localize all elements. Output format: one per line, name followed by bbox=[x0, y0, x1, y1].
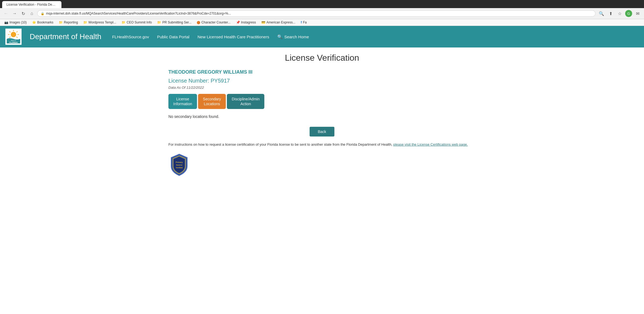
site-header: FLORIDA HEALTH Department of Health FLHe… bbox=[0, 26, 644, 47]
svg-point-1 bbox=[11, 32, 16, 37]
back-nav-button[interactable]: ← bbox=[3, 10, 9, 17]
folder-icon: 📁 bbox=[83, 21, 87, 24]
footer-link[interactable]: please visit the License Certifications … bbox=[393, 142, 468, 146]
browser-nav-bar: ← → ↻ ⌂ 🔒 mqa-internet.doh.state.fl.us/M… bbox=[0, 8, 644, 19]
lock-icon: 🔒 bbox=[41, 12, 44, 15]
nav-search-home[interactable]: 🔍 Search Home bbox=[277, 34, 309, 39]
page-content: License Verification THEODORE GREGORY WI… bbox=[160, 47, 484, 182]
nav-flhealthsource[interactable]: FLHealthSource.gov bbox=[112, 35, 149, 39]
active-tab[interactable]: License Verification - Florida Departmen… bbox=[2, 1, 61, 8]
footer-text: For instructions on how to request a lic… bbox=[168, 142, 476, 147]
browser-tabs: License Verification - Florida Departmen… bbox=[0, 0, 644, 8]
back-section: Back bbox=[168, 127, 476, 136]
instagress-icon: 📌 bbox=[236, 21, 240, 24]
star-icon: ⭐ bbox=[32, 21, 36, 24]
bookmark-wordpress[interactable]: 📁 Wordpress Templ... bbox=[81, 20, 118, 25]
nav-public-data-portal[interactable]: Public Data Portal bbox=[157, 35, 189, 39]
bookmark-character-counter[interactable]: ⬤ Character Counter... bbox=[195, 20, 233, 25]
bookmark-pr-submitting[interactable]: 📁 PR Submitting Ser... bbox=[155, 20, 193, 25]
svg-text:Verified: Verified bbox=[176, 167, 182, 169]
svg-text:Source: Source bbox=[176, 164, 182, 166]
site-navigation: FLHealthSource.gov Public Data Portal Ne… bbox=[112, 34, 639, 39]
bookmark-pr-label: PR Submitting Ser... bbox=[162, 21, 191, 24]
bookmark-amex[interactable]: 💳 American Express... bbox=[259, 20, 297, 25]
bookmark-bookmarks[interactable]: ⭐ Bookmarks bbox=[30, 20, 56, 25]
tab-license-information[interactable]: LicenseInformation bbox=[168, 94, 197, 109]
amex-icon: 💳 bbox=[261, 21, 265, 24]
bookmark-images[interactable]: 📷 Images (10) bbox=[2, 20, 29, 25]
tabs-row: LicenseInformation SecondaryLocations Di… bbox=[168, 94, 476, 109]
forward-nav-button[interactable]: → bbox=[11, 10, 18, 17]
home-button[interactable]: ⌂ bbox=[29, 10, 35, 17]
license-number: License Number: PY5917 bbox=[168, 78, 476, 84]
address-bar[interactable]: 🔒 mqa-internet.doh.state.fl.us/MQASearch… bbox=[37, 10, 595, 17]
tab-discipline-admin[interactable]: Discipline/AdminAction bbox=[227, 94, 264, 109]
bookmark-fa-label: Fa bbox=[303, 21, 307, 24]
bookmark-instagress-label: Instagress bbox=[241, 21, 256, 24]
mail-button[interactable]: ✉ bbox=[634, 10, 641, 17]
svg-text:Primary: Primary bbox=[176, 161, 183, 163]
folder-icon: 📁 bbox=[59, 21, 63, 24]
bookmark-bookmarks-label: Bookmarks bbox=[37, 21, 53, 24]
bookmarks-bar: 📷 Images (10) ⭐ Bookmarks 📁 Reporting 📁 … bbox=[0, 19, 644, 26]
svg-text:HEALTH: HEALTH bbox=[11, 40, 16, 41]
bookmark-reporting[interactable]: 📁 Reporting bbox=[57, 20, 80, 25]
bookmark-character-counter-label: Character Counter... bbox=[201, 21, 230, 24]
svg-text:FLORIDA: FLORIDA bbox=[9, 42, 18, 43]
data-as-of: Data As Of 11/22/2022 bbox=[168, 86, 476, 90]
character-counter-icon: ⬤ bbox=[197, 21, 200, 24]
bookmark-ceo-summit[interactable]: 📁 CEO Summit Info bbox=[119, 20, 154, 25]
bookmark-wordpress-label: Wordpress Templ... bbox=[88, 21, 116, 24]
browser-chrome: License Verification - Florida Departmen… bbox=[0, 0, 644, 26]
back-button[interactable]: Back bbox=[310, 127, 334, 136]
bookmark-ceo-label: CEO Summit Info bbox=[127, 21, 152, 24]
practitioner-name: THEODORE GREGORY WILLIAMS III bbox=[168, 69, 476, 75]
tab-secondary-locations[interactable]: SecondaryLocations bbox=[198, 94, 226, 109]
fa-icon: f bbox=[301, 21, 302, 24]
logo-area: FLORIDA HEALTH bbox=[5, 29, 22, 45]
search-home-label: Search Home bbox=[284, 35, 309, 39]
nav-new-licensed[interactable]: New Licensed Health Care Practitioners bbox=[198, 35, 269, 39]
profile-button[interactable]: G bbox=[625, 10, 632, 17]
images-icon: 📷 bbox=[4, 21, 8, 24]
bookmark-instagress[interactable]: 📌 Instagress bbox=[234, 20, 258, 25]
bookmark-fa[interactable]: f Fa bbox=[299, 20, 309, 25]
secondary-locations-content: No secondary locations found. bbox=[168, 114, 476, 119]
bookmark-reporting-label: Reporting bbox=[64, 21, 78, 24]
reload-button[interactable]: ↻ bbox=[20, 10, 26, 17]
search-browser-button[interactable]: 🔍 bbox=[598, 10, 605, 17]
folder-icon: 📁 bbox=[122, 21, 126, 24]
page-title: License Verification bbox=[168, 53, 476, 63]
search-icon: 🔍 bbox=[277, 34, 283, 39]
florida-health-logo: FLORIDA HEALTH bbox=[5, 29, 22, 45]
url-text: mqa-internet.doh.state.fl.us/MQASearchSe… bbox=[46, 12, 592, 15]
bookmark-amex-label: American Express... bbox=[266, 21, 295, 24]
footer-text-before-link: For instructions on how to request a lic… bbox=[168, 142, 393, 146]
department-name: Department of Health bbox=[30, 32, 101, 41]
primary-source-verified-badge: Primary Source Verified bbox=[168, 153, 190, 177]
folder-icon: 📁 bbox=[157, 21, 161, 24]
nav-icons: 🔍 ⬆ ☆ G ✉ bbox=[598, 10, 641, 17]
bookmark-button[interactable]: ☆ bbox=[616, 10, 624, 17]
bookmark-images-label: Images (10) bbox=[9, 21, 27, 24]
share-button[interactable]: ⬆ bbox=[607, 10, 614, 17]
